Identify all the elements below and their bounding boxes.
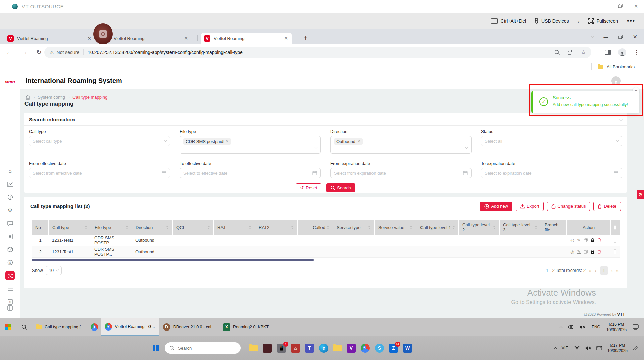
teams-icon[interactable]: T <box>305 344 314 353</box>
folder-icon[interactable] <box>333 345 342 351</box>
share-icon[interactable] <box>567 50 574 55</box>
tab-close-icon[interactable]: ✕ <box>283 36 289 41</box>
browser-close-button[interactable]: ✕ <box>633 34 637 40</box>
next-page-icon[interactable]: › <box>611 268 613 273</box>
theme-settings-fab[interactable]: ⚙ <box>637 190 644 199</box>
vm-task-dbeaver[interactable]: D DBeaver 21.0.0 - cal... <box>159 318 219 336</box>
tab-close-icon[interactable]: ✕ <box>183 36 189 41</box>
your-phone-icon[interactable]: 📱1 <box>277 344 286 353</box>
host-search-box[interactable]: Search <box>165 342 241 354</box>
visual-studio-icon[interactable]: V <box>347 344 356 353</box>
host-clock[interactable]: 6:17 PM 10/30/2025 <box>607 343 628 353</box>
add-new-button[interactable]: Add new <box>480 202 512 211</box>
vm-task-excel[interactable]: X Roaming2.0_KBKT_... <box>219 318 279 336</box>
browser-tab-1[interactable]: V Viettel Roaming ✕ <box>4 33 95 44</box>
vm-taskbar-search-icon[interactable] <box>16 324 32 330</box>
sidebar-mapping-icon-active[interactable] <box>5 271 15 280</box>
first-page-icon[interactable]: « <box>589 268 592 273</box>
to-effective-date-input[interactable]: Select to effective date <box>180 168 321 178</box>
sidebar-alert-icon[interactable] <box>5 192 15 202</box>
sidebar-document-icon[interactable] <box>5 232 15 241</box>
vm-start-button[interactable] <box>0 324 16 330</box>
vm-restore-button[interactable] <box>618 4 623 9</box>
new-tab-button[interactable]: + <box>304 34 308 42</box>
sidebar-home-icon[interactable]: ⌂ <box>5 166 15 176</box>
page-size-select[interactable]: 10 <box>46 266 62 275</box>
bookmark-star-icon[interactable]: ☆ <box>581 49 586 56</box>
row-checkbox[interactable] <box>614 249 616 254</box>
file-type-multiselect[interactable]: CDR SMS postpaid✕ <box>180 136 321 154</box>
vm-clock[interactable]: 6:16 PM 10/30/2025 <box>606 322 627 333</box>
lock-icon[interactable] <box>591 238 594 242</box>
sidebar-chart-icon[interactable] <box>5 179 15 189</box>
breadcrumb-system-config[interactable]: System config <box>38 95 65 100</box>
volume-muted-icon[interactable] <box>580 325 586 330</box>
tray-expand-icon[interactable] <box>560 326 562 329</box>
tab-search-chevron-icon[interactable] <box>591 35 594 37</box>
app-icon-dark[interactable] <box>263 344 272 353</box>
vm-language-indicator[interactable]: ENG <box>592 325 600 329</box>
zalo-icon[interactable]: Z5+ <box>389 344 398 353</box>
browser-minimize-button[interactable]: — <box>604 34 608 40</box>
chrome-icon[interactable] <box>361 344 370 353</box>
vm-task-folder[interactable]: Call type mapping [... <box>32 318 88 336</box>
vm-notification-icon[interactable] <box>633 324 639 330</box>
search-button[interactable]: Search <box>326 183 355 192</box>
sidebar-package-icon[interactable] <box>5 245 15 254</box>
vm-minimize-button[interactable]: — <box>602 4 607 9</box>
from-effective-date-input[interactable]: Select from effective date <box>29 168 170 178</box>
toolbar-expand-chevron[interactable]: › <box>578 18 580 24</box>
reset-button[interactable]: ↺ Reset <box>296 183 321 192</box>
prev-page-icon[interactable]: ‹ <box>595 268 597 273</box>
lock-icon[interactable] <box>591 250 594 254</box>
fullscreen-button[interactable]: Fullscreen <box>588 18 618 24</box>
delete-button[interactable]: Delete <box>593 202 621 211</box>
delete-row-icon[interactable] <box>597 238 601 242</box>
profile-avatar-icon[interactable] <box>618 48 626 56</box>
sidebar-billing-icon[interactable]: $ <box>5 258 15 267</box>
browser-tab-3-active[interactable]: V Viettel Roaming ✕ <box>201 33 292 44</box>
tray-expand-icon[interactable] <box>554 347 557 350</box>
collapse-chevron-icon[interactable] <box>619 117 623 121</box>
remove-tag-icon[interactable]: ✕ <box>226 139 229 144</box>
touch-keyboard-icon[interactable] <box>596 346 602 350</box>
edge-icon[interactable]: e <box>319 344 328 353</box>
ctrl-alt-del-button[interactable]: Ctrl+Alt+Del <box>491 18 526 24</box>
usb-devices-button[interactable]: USB Devices <box>535 18 569 24</box>
address-bar[interactable]: ⚠ Not secure 10.207.252.135:8200/roaming… <box>44 47 591 58</box>
horizontal-scrollbar[interactable] <box>32 259 620 261</box>
host-language-indicator[interactable]: VIE <box>562 346 568 350</box>
pen-notification-icon[interactable] <box>633 346 638 351</box>
view-icon[interactable]: ◎ <box>570 238 574 243</box>
select-all-checkbox[interactable] <box>614 225 616 230</box>
vm-close-button[interactable]: ✕ <box>634 4 638 9</box>
direction-multiselect[interactable]: Outbound✕ <box>330 136 472 154</box>
host-start-button[interactable] <box>153 345 159 351</box>
zoom-out-icon[interactable] <box>554 50 560 55</box>
table-row[interactable]: 1 1231-Test1 CDR SMS POSTP... Outbound ◎… <box>32 235 620 246</box>
to-expiration-date-input[interactable]: Select to expiration date <box>481 168 622 178</box>
volume-icon[interactable] <box>585 346 591 351</box>
copy-icon[interactable] <box>584 250 588 254</box>
sidebar-list-icon[interactable] <box>5 284 15 293</box>
last-page-icon[interactable]: » <box>616 268 619 273</box>
vm-task-viettel-roaming[interactable]: Viettel Roaming - G... <box>101 318 159 336</box>
user-avatar[interactable] <box>611 76 621 85</box>
toolbar-more-button[interactable]: ••• <box>627 18 635 25</box>
export-button[interactable]: Export <box>516 202 544 211</box>
status-select[interactable]: Select all <box>481 136 622 146</box>
skype-icon[interactable]: S <box>375 344 384 353</box>
word-icon[interactable]: W <box>403 344 412 353</box>
tab-close-icon[interactable]: ✕ <box>87 36 92 41</box>
home-icon[interactable] <box>25 95 30 100</box>
file-explorer-icon[interactable] <box>249 345 258 351</box>
vm-task-chrome[interactable] <box>88 318 101 336</box>
forward-icon[interactable]: → <box>21 49 28 56</box>
store-icon[interactable]: ⌂ <box>291 344 300 353</box>
sidebar-collapse-icon[interactable] <box>5 303 15 313</box>
view-icon[interactable]: ◎ <box>570 249 574 254</box>
change-status-button[interactable]: Change status <box>547 202 590 211</box>
table-row[interactable]: 2 1231-Test1 CDR SMS POSTP... Outbound ◎… <box>32 246 620 257</box>
call-type-select[interactable]: Select call type <box>29 136 170 146</box>
side-panel-icon[interactable] <box>605 50 611 55</box>
